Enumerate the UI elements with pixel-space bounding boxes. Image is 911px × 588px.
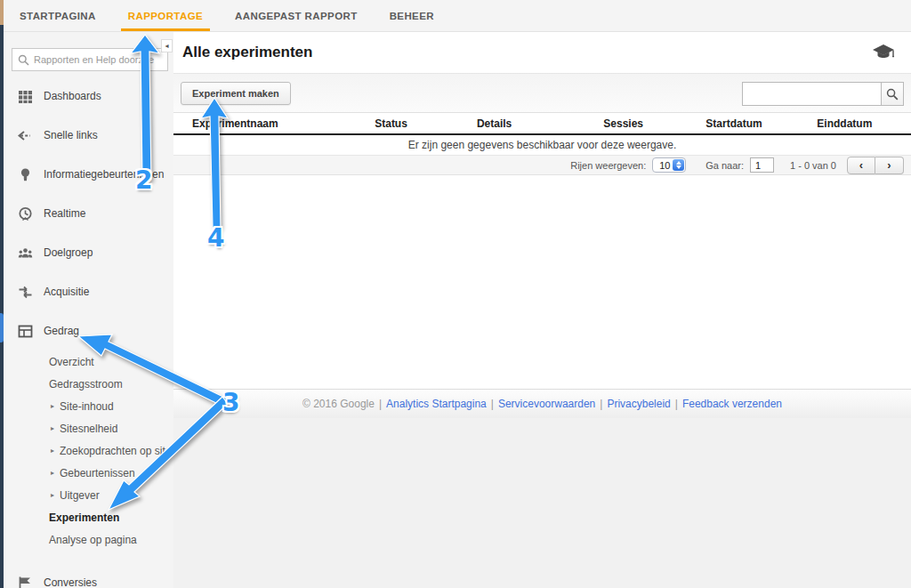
footer-link-privacybeleid[interactable]: Privacybeleid <box>607 398 670 410</box>
expand-arrow-icon: ▸ <box>51 447 60 455</box>
sidebar-item-acquisitie[interactable]: Acquisitie <box>4 272 173 311</box>
chevron-right-icon: › <box>887 159 891 171</box>
content-spacer <box>173 175 911 389</box>
sidebar-item-informatiegebeurtenissen[interactable]: Informatiegebeurtenissen <box>4 155 173 194</box>
sidebar-subitem-label: Gebeurtenissen <box>60 467 135 479</box>
sidebar-item-realtime[interactable]: Realtime <box>4 194 173 233</box>
shortcuts-icon <box>18 128 33 143</box>
rows-per-page-label: Rijen weergeven: <box>570 160 646 171</box>
pagination-buttons: ‹ › <box>847 157 904 174</box>
sidebar-item-doelgroep[interactable]: Doelgroep <box>4 233 173 272</box>
sidebar-item-label: Dashboards <box>44 90 101 102</box>
sidebar: ◂ Dashboards Snelle links <box>4 32 173 588</box>
search-icon <box>18 54 29 66</box>
main-content: Alle experimenten Experiment maken <box>173 32 911 588</box>
page-title-bar: Alle experimenten <box>173 32 911 74</box>
behavior-icon <box>18 324 33 339</box>
sidebar-item-gedrag[interactable]: Gedrag <box>4 311 173 350</box>
table-search-button[interactable] <box>881 82 904 106</box>
sidebar-subitem-sitesnelheid[interactable]: ▸ Sitesnelheid <box>4 417 173 439</box>
sidebar-subitem-analyse-op-pagina[interactable]: Analyse op pagina <box>4 528 173 551</box>
table-empty-row: Er zijn geen gegevens beschikbaar voor d… <box>173 135 911 156</box>
sidebar-item-snelle-links[interactable]: Snelle links <box>4 116 173 155</box>
expand-arrow-icon: ▸ <box>51 469 60 477</box>
sidebar-subitem-experimenten[interactable]: Experimenten <box>4 506 173 528</box>
search-icon <box>886 88 899 101</box>
footer-separator: | <box>600 398 602 410</box>
pagination-bar: Rijen weergeven: 10 Ga naar: 1 - 0 van 0… <box>173 156 911 175</box>
intelligence-icon <box>18 167 33 182</box>
sidebar-item-label: Snelle links <box>44 129 98 141</box>
sidebar-item-dashboards[interactable]: Dashboards <box>4 77 173 116</box>
sidebar-subitem-label: Overzicht <box>49 356 94 368</box>
sidebar-subitem-site-inhoud[interactable]: ▸ Site-inhoud <box>4 395 173 417</box>
sidebar-subitem-uitgever[interactable]: ▸ Uitgever <box>4 484 173 506</box>
goto-page-label: Ga naar: <box>705 160 744 171</box>
training-cap-icon[interactable] <box>872 43 895 60</box>
acquisition-icon <box>18 285 33 300</box>
footer-separator: | <box>675 398 678 410</box>
audience-icon <box>18 246 33 261</box>
rows-per-page-value: 10 <box>659 160 670 171</box>
sidebar-search-input[interactable] <box>34 54 162 65</box>
sidebar-subitem-gedragsstroom[interactable]: Gedragsstroom <box>4 373 173 395</box>
sidebar-subitem-label: Sitesnelheid <box>60 423 117 435</box>
copyright-text: © 2016 Google <box>302 398 375 410</box>
column-header-details[interactable]: Details <box>431 117 557 130</box>
experiments-toolbar: Experiment maken <box>173 74 911 113</box>
footer-link-feedback[interactable]: Feedback verzenden <box>682 398 782 410</box>
sidebar-item-label: Informatiegebeurtenissen <box>44 168 164 181</box>
sidebar-subitem-label: Uitgever <box>60 489 100 502</box>
sidebar-item-label: Realtime <box>44 207 85 220</box>
sidebar-subitem-label: Experimenten <box>49 511 119 524</box>
sidebar-item-label: Gedrag <box>44 325 79 337</box>
sidebar-subitem-label: Site-inhoud <box>60 400 114 413</box>
behavior-subnav: Overzicht Gedragsstroom ▸ Site-inhoud ▸ … <box>4 350 173 551</box>
tab-beheer[interactable]: BEHEER <box>374 0 450 31</box>
report-nav: Dashboards Snelle links Informatiegebeur… <box>4 77 173 588</box>
next-page-button[interactable]: › <box>875 157 904 174</box>
expand-arrow-icon: ▸ <box>51 424 60 432</box>
footer-link-servicevoorwaarden[interactable]: Servicevoorwaarden <box>498 398 595 410</box>
sidebar-collapse-button[interactable]: ◂ <box>161 39 173 52</box>
table-search-input[interactable] <box>742 82 881 106</box>
goto-page-input[interactable] <box>750 157 774 173</box>
dashboards-icon <box>18 89 33 104</box>
column-header-sessies[interactable]: Sessies <box>557 117 689 130</box>
sidebar-item-label: Doelgroep <box>44 246 93 259</box>
column-header-experimentnaam[interactable]: Experimentnaam <box>173 117 351 130</box>
experiments-table-header: Experimentnaam Status Details Sessies St… <box>173 113 911 135</box>
table-search <box>742 82 904 106</box>
sidebar-subitem-overzicht[interactable]: Overzicht <box>4 350 173 373</box>
sidebar-subitem-zoekopdrachten[interactable]: ▸ Zoekopdrachten op site <box>4 439 173 462</box>
tab-aangepast-rapport[interactable]: AANGEPAST RAPPORT <box>219 0 374 31</box>
tab-startpagina[interactable]: STARTPAGINA <box>4 0 112 31</box>
column-header-status[interactable]: Status <box>351 117 431 130</box>
tab-rapportage[interactable]: RAPPORTAGE <box>112 0 219 31</box>
sidebar-item-conversies[interactable]: Conversies <box>4 563 173 588</box>
window-edge <box>0 0 4 588</box>
sidebar-subitem-label: Zoekopdrachten op site <box>60 445 171 457</box>
column-header-einddatum[interactable]: Einddatum <box>778 117 911 130</box>
create-experiment-button[interactable]: Experiment maken <box>181 82 291 105</box>
previous-page-button[interactable]: ‹ <box>847 157 875 174</box>
stepper-icon <box>673 159 684 171</box>
rows-per-page-select[interactable]: 10 <box>652 157 686 173</box>
window-edge-top <box>0 0 4 25</box>
page-title: Alle experimenten <box>182 44 312 61</box>
footer-separator: | <box>491 398 494 410</box>
sidebar-search-box <box>12 48 168 71</box>
chevron-left-icon: ‹ <box>859 159 863 171</box>
sidebar-subitem-label: Analyse op pagina <box>49 534 137 546</box>
sidebar-item-label: Acquisitie <box>44 286 89 298</box>
expand-arrow-icon: ▸ <box>51 402 60 410</box>
top-navigation: STARTPAGINA RAPPORTAGE AANGEPAST RAPPORT… <box>4 0 911 32</box>
conversions-icon <box>18 576 33 588</box>
footer-link-analytics-startpagina[interactable]: Analytics Startpagina <box>386 398 487 410</box>
sidebar-item-label: Conversies <box>44 576 97 588</box>
expand-arrow-icon: ▸ <box>51 491 60 499</box>
page-footer: © 2016 Google | Analytics Startpagina | … <box>173 389 911 418</box>
sidebar-subitem-gebeurtenissen[interactable]: ▸ Gebeurtenissen <box>4 462 173 484</box>
column-header-startdatum[interactable]: Startdatum <box>689 117 778 130</box>
footer-separator: | <box>379 398 382 410</box>
